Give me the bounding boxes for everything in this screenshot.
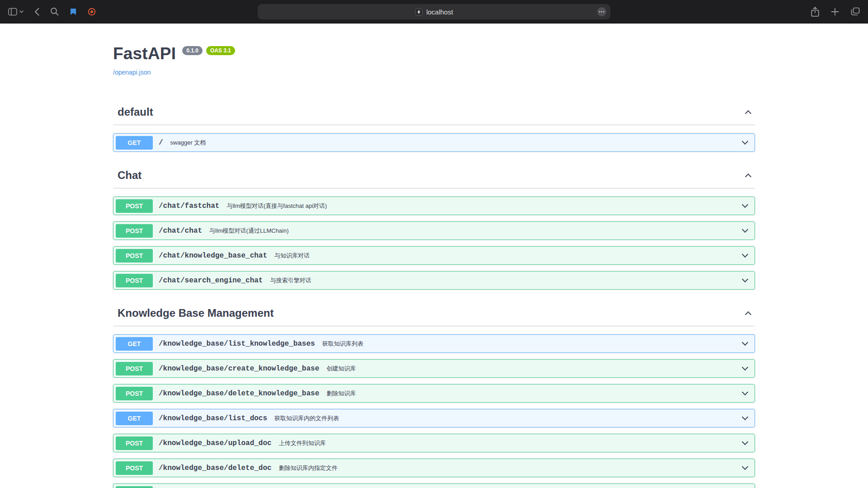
section-header[interactable]: Knowledge Base Management (113, 303, 755, 326)
collapse-chevron-icon[interactable] (745, 173, 751, 179)
expand-chevron-icon[interactable] (742, 464, 748, 470)
endpoint-row[interactable]: POST /chat/chat 与llm模型对话(通过LLMChain) (113, 221, 755, 240)
url-text: localhost (426, 8, 453, 16)
version-badge: 0.1.0 (182, 46, 203, 55)
address-bar[interactable]: localhost (258, 4, 610, 19)
endpoint-description: 与知识库对话 (274, 252, 310, 260)
endpoint-path: /chat/search_engine_chat (159, 277, 263, 285)
api-section: Knowledge Base Management GET /knowledge… (113, 303, 755, 488)
search-icon[interactable] (50, 7, 59, 16)
site-favicon (415, 8, 423, 16)
method-badge: GET (116, 136, 153, 150)
api-section: Chat POST /chat/fastchat 与llm模型对话(直接与fas… (113, 165, 755, 298)
endpoint-row[interactable]: POST /knowledge_base/create_knowledge_ba… (113, 359, 755, 378)
section-header[interactable]: default (113, 102, 755, 125)
endpoint-row[interactable]: GET /knowledge_base/list_docs 获取知识库内的文件列… (113, 409, 755, 427)
collapse-chevron-icon[interactable] (745, 110, 751, 116)
new-tab-icon[interactable] (831, 8, 839, 16)
expand-chevron-icon[interactable] (742, 251, 748, 258)
endpoint-description: 与llm模型对话(通过LLMChain) (209, 227, 289, 235)
expand-chevron-icon[interactable] (742, 202, 748, 208)
expand-chevron-icon[interactable] (742, 339, 748, 346)
endpoint-description: 删除知识库 (326, 389, 356, 398)
endpoint-description: 获取知识库列表 (322, 340, 363, 348)
method-badge: GET (116, 337, 153, 351)
method-badge: POST (116, 436, 153, 450)
endpoint-row[interactable]: POST /chat/fastchat 与llm模型对话(直接与fastchat… (113, 197, 755, 215)
api-section: default GET / swagger 文档 (113, 102, 755, 160)
endpoint-path: /knowledge_base/create_knowledge_base (159, 365, 319, 373)
section-title: default (118, 106, 153, 118)
page-title: FastAPI (113, 44, 176, 63)
endpoint-path: /chat/chat (159, 227, 202, 235)
chevron-down-icon (19, 10, 24, 13)
endpoint-row[interactable]: GET / swagger 文档 (113, 133, 755, 152)
collapse-chevron-icon[interactable] (745, 311, 751, 317)
expand-chevron-icon[interactable] (742, 364, 748, 371)
endpoint-list: GET /knowledge_base/list_knowledge_bases… (113, 326, 755, 488)
endpoint-path: /chat/knowledge_base_chat (159, 252, 267, 260)
endpoint-path: /chat/fastchat (159, 202, 219, 210)
swagger-page: FastAPI 0.1.0 OAS 3.1 /openapi.json defa… (0, 23, 868, 488)
method-badge: POST (116, 249, 153, 263)
ellipsis-circle-icon[interactable] (597, 7, 607, 17)
sidebar-toggle-button[interactable] (8, 8, 24, 16)
endpoint-list: POST /chat/fastchat 与llm模型对话(直接与fastchat… (113, 188, 755, 298)
method-badge: POST (116, 362, 153, 375)
expand-chevron-icon[interactable] (742, 226, 748, 233)
browser-toolbar: localhost (0, 0, 868, 23)
api-header: FastAPI 0.1.0 OAS 3.1 (113, 44, 755, 63)
endpoint-row[interactable]: POST /knowledge_base/update_doc 更新现有文件到知… (113, 483, 755, 488)
endpoint-path: /knowledge_base/delete_doc (159, 464, 272, 472)
endpoint-description: 与搜索引擎对话 (270, 277, 311, 285)
method-badge: POST (116, 224, 153, 238)
share-icon[interactable] (811, 7, 819, 17)
endpoint-path: /knowledge_base/upload_doc (159, 439, 272, 447)
method-badge: POST (116, 486, 153, 488)
endpoint-description: 创建知识库 (326, 365, 356, 373)
expand-chevron-icon[interactable] (742, 414, 748, 420)
method-badge: POST (116, 461, 153, 475)
method-badge: POST (116, 199, 153, 213)
sidebar-icon (8, 8, 17, 16)
expand-chevron-icon[interactable] (742, 138, 748, 145)
method-badge: POST (116, 387, 153, 400)
endpoint-list: GET / swagger 文档 (113, 125, 755, 160)
endpoint-path: /knowledge_base/list_knowledge_bases (159, 340, 315, 348)
endpoint-row[interactable]: POST /chat/search_engine_chat 与搜索引擎对话 (113, 271, 755, 290)
section-header[interactable]: Chat (113, 165, 755, 188)
endpoint-description: 获取知识库内的文件列表 (274, 414, 339, 422)
target-extension-icon[interactable] (88, 8, 96, 16)
sections: default GET / swagger 文档 Chat POST /chat… (113, 102, 755, 488)
endpoint-row[interactable]: POST /chat/knowledge_base_chat 与知识库对话 (113, 246, 755, 265)
back-button[interactable] (34, 8, 39, 16)
endpoint-row[interactable]: POST /knowledge_base/delete_knowledge_ba… (113, 384, 755, 403)
expand-chevron-icon[interactable] (742, 389, 748, 395)
section-title: Chat (118, 169, 142, 182)
openapi-spec-link[interactable]: /openapi.json (113, 69, 151, 76)
bookmark-extension-icon[interactable] (70, 8, 77, 16)
endpoint-description: 删除知识库内指定文件 (279, 464, 338, 472)
expand-chevron-icon[interactable] (742, 276, 748, 282)
method-badge: GET (116, 412, 153, 425)
endpoint-path: /knowledge_base/delete_knowledge_base (159, 389, 319, 398)
section-title: Knowledge Base Management (118, 307, 274, 319)
endpoint-path: /knowledge_base/list_docs (159, 414, 267, 422)
endpoint-row[interactable]: POST /knowledge_base/upload_doc 上传文件到知识库 (113, 434, 755, 452)
endpoint-description: 上传文件到知识库 (279, 439, 326, 447)
method-badge: POST (116, 274, 153, 287)
endpoint-row[interactable]: POST /knowledge_base/delete_doc 删除知识库内指定… (113, 459, 755, 477)
endpoint-description: 与llm模型对话(直接与fastchat api对话) (226, 202, 327, 210)
tab-overview-icon[interactable] (851, 7, 860, 16)
oas-badge: OAS 3.1 (206, 46, 235, 55)
endpoint-row[interactable]: GET /knowledge_base/list_knowledge_bases… (113, 334, 755, 353)
endpoint-description: swagger 文档 (170, 139, 206, 147)
expand-chevron-icon[interactable] (742, 439, 748, 445)
endpoint-path: / (159, 139, 163, 147)
